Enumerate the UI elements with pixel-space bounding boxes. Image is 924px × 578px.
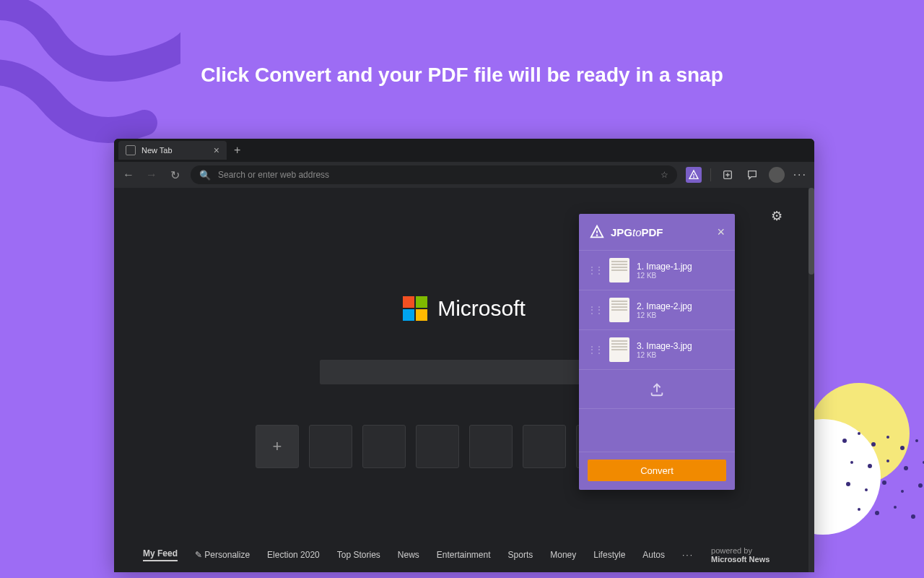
file-size: 12 KB bbox=[637, 272, 692, 280]
quick-link-tile[interactable] bbox=[469, 425, 513, 468]
svg-point-16 bbox=[858, 508, 860, 511]
favorite-icon[interactable]: ☆ bbox=[661, 170, 668, 180]
extension-popup: JPGtoPDF × ⋮⋮ 1. Image-1.jpg 12 KB ⋮⋮ bbox=[579, 214, 735, 490]
feed-link[interactable]: Sports bbox=[508, 550, 533, 560]
svg-point-19 bbox=[911, 514, 915, 519]
feed-link[interactable]: Autos bbox=[642, 550, 665, 560]
feed-link[interactable]: Top Stories bbox=[337, 550, 380, 560]
svg-point-26 bbox=[597, 235, 598, 236]
file-thumbnail bbox=[609, 337, 629, 362]
browser-window: New Tab × + ← → ↻ 🔍 Search or enter web … bbox=[114, 139, 814, 572]
extension-logo-icon bbox=[589, 224, 605, 240]
svg-point-21 bbox=[693, 177, 694, 178]
file-list: ⋮⋮ 1. Image-1.jpg 12 KB ⋮⋮ 2. Image-2.jp… bbox=[579, 250, 735, 370]
file-name: 2. Image-2.jpg bbox=[637, 301, 692, 311]
quick-link-tile[interactable] bbox=[416, 425, 459, 468]
scrollbar-thumb[interactable] bbox=[808, 188, 814, 275]
file-item[interactable]: ⋮⋮ 2. Image-2.jpg 12 KB bbox=[579, 290, 735, 330]
forward-button[interactable]: → bbox=[144, 168, 159, 181]
address-bar[interactable]: 🔍 Search or enter web address ☆ bbox=[191, 165, 677, 184]
feed-nav-bar: My Feed ✎ Personalize Election 2020 Top … bbox=[114, 546, 814, 564]
new-tab-button[interactable]: + bbox=[227, 144, 248, 157]
powered-by-label: powered by Microsoft News bbox=[711, 546, 785, 564]
feed-link[interactable]: Money bbox=[550, 550, 576, 560]
upload-icon[interactable] bbox=[649, 381, 665, 397]
feed-personalize-link[interactable]: ✎ Personalize bbox=[195, 550, 250, 560]
feed-link[interactable]: News bbox=[398, 550, 419, 560]
svg-point-14 bbox=[901, 490, 904, 493]
feed-more-icon[interactable]: ··· bbox=[682, 550, 694, 560]
svg-point-5 bbox=[915, 439, 918, 442]
svg-point-18 bbox=[894, 506, 897, 509]
search-icon: 🔍 bbox=[199, 170, 211, 181]
svg-point-7 bbox=[868, 464, 872, 468]
file-item[interactable]: ⋮⋮ 3. Image-3.jpg 12 KB bbox=[579, 330, 735, 370]
collections-icon[interactable] bbox=[720, 167, 736, 183]
add-quick-link-button[interactable]: + bbox=[256, 425, 299, 468]
svg-point-3 bbox=[886, 436, 889, 439]
svg-point-8 bbox=[886, 460, 889, 462]
quick-link-tile[interactable] bbox=[362, 425, 406, 468]
browser-tab[interactable]: New Tab × bbox=[118, 141, 227, 160]
file-size: 12 KB bbox=[637, 351, 692, 359]
more-menu-icon[interactable]: ··· bbox=[793, 168, 807, 181]
browser-toolbar: ← → ↻ 🔍 Search or enter web address ☆ ··… bbox=[114, 162, 814, 188]
file-size: 12 KB bbox=[637, 311, 692, 319]
drag-handle-icon[interactable]: ⋮⋮ bbox=[588, 265, 602, 275]
drag-handle-icon[interactable]: ⋮⋮ bbox=[588, 345, 602, 355]
refresh-button[interactable]: ↻ bbox=[167, 168, 182, 182]
file-name: 3. Image-3.jpg bbox=[637, 341, 692, 351]
extension-icon-active[interactable] bbox=[686, 167, 702, 183]
feed-link[interactable]: Lifestyle bbox=[593, 550, 625, 560]
tab-close-icon[interactable]: × bbox=[214, 145, 219, 155]
extension-header: JPGtoPDF × bbox=[579, 214, 735, 250]
tab-favicon bbox=[126, 145, 136, 155]
svg-point-17 bbox=[875, 511, 879, 515]
svg-point-6 bbox=[850, 461, 853, 464]
drag-handle-icon[interactable]: ⋮⋮ bbox=[588, 305, 602, 315]
brand-logo-row: Microsoft bbox=[403, 296, 526, 321]
svg-point-1 bbox=[858, 432, 860, 435]
svg-point-12 bbox=[865, 488, 868, 491]
address-placeholder: Search or enter web address bbox=[218, 170, 329, 180]
svg-point-9 bbox=[904, 466, 908, 470]
content-scrollbar[interactable] bbox=[808, 188, 814, 572]
svg-point-0 bbox=[842, 439, 847, 443]
settings-gear-icon[interactable]: ⚙ bbox=[771, 208, 783, 224]
tab-title: New Tab bbox=[141, 146, 173, 155]
brand-name: Microsoft bbox=[437, 296, 526, 321]
svg-point-4 bbox=[900, 446, 905, 450]
extension-close-icon[interactable]: × bbox=[717, 225, 725, 240]
file-thumbnail bbox=[609, 298, 629, 322]
search-input[interactable] bbox=[320, 360, 609, 384]
feed-tab-my-feed[interactable]: My Feed bbox=[143, 548, 178, 561]
svg-point-15 bbox=[918, 483, 923, 488]
feed-link[interactable]: Entertainment bbox=[437, 550, 491, 560]
svg-point-13 bbox=[882, 480, 886, 485]
quick-link-tile[interactable] bbox=[523, 425, 566, 468]
microsoft-logo-icon bbox=[403, 296, 427, 321]
quick-link-tile[interactable] bbox=[309, 425, 352, 468]
convert-row: Convert bbox=[579, 452, 735, 490]
feedback-icon[interactable] bbox=[744, 167, 760, 183]
tab-strip: New Tab × + bbox=[114, 139, 814, 162]
file-item[interactable]: ⋮⋮ 1. Image-1.jpg 12 KB bbox=[579, 251, 735, 290]
upload-row bbox=[579, 370, 735, 409]
extension-title: JPGtoPDF bbox=[611, 226, 663, 238]
svg-point-2 bbox=[871, 442, 876, 447]
file-thumbnail bbox=[609, 258, 629, 282]
feed-link[interactable]: Election 2020 bbox=[267, 550, 320, 560]
convert-button[interactable]: Convert bbox=[588, 460, 726, 481]
new-tab-content: ⚙ Microsoft + My Feed ✎ Personalize Elec… bbox=[114, 188, 814, 572]
svg-point-11 bbox=[846, 482, 850, 486]
toolbar-separator bbox=[710, 168, 711, 181]
back-button[interactable]: ← bbox=[121, 168, 136, 181]
promo-headline: Click Convert and your PDF file will be … bbox=[0, 64, 924, 87]
file-name: 1. Image-1.jpg bbox=[637, 262, 692, 272]
profile-avatar[interactable] bbox=[769, 167, 785, 183]
